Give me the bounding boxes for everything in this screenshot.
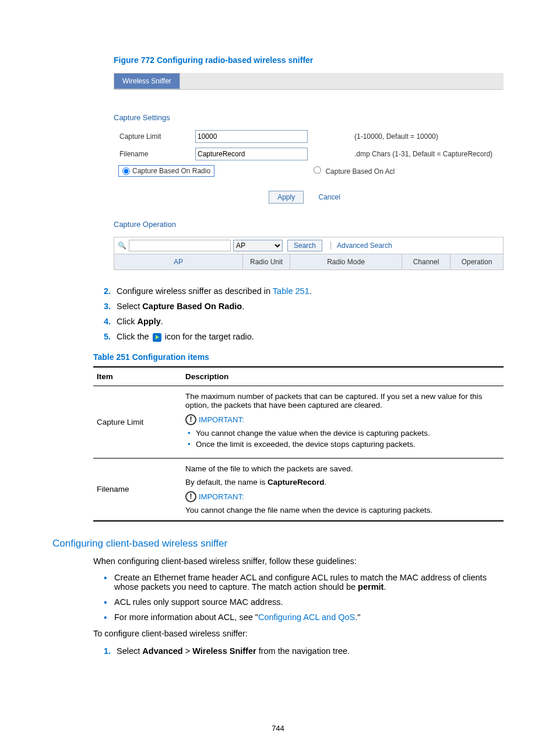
cancel-button[interactable]: Cancel bbox=[311, 191, 349, 203]
guideline-3: For more information about ACL, see "Con… bbox=[104, 612, 504, 622]
intro-paragraph: When configuring client-based wireless s… bbox=[93, 556, 504, 566]
row-filename-desc: Name of the file to which the packets ar… bbox=[182, 458, 504, 521]
th-channel: Channel bbox=[402, 254, 451, 270]
figure-caption: Figure 772 Configuring radio-based wirel… bbox=[114, 55, 504, 65]
row-filename-item: Filename bbox=[93, 458, 182, 521]
search-icon: 🔍 bbox=[118, 242, 126, 250]
step-4: 4.Click Apply. bbox=[104, 317, 504, 326]
screenshot-panel: Wireless Sniffer Capture Settings Captur… bbox=[114, 73, 504, 270]
acl-qos-link[interactable]: Configuring ACL and QoS bbox=[258, 612, 355, 622]
page-number: 744 bbox=[0, 724, 556, 733]
capture-limit-label: Capture Limit bbox=[114, 132, 195, 141]
tab-bar: Wireless Sniffer bbox=[114, 73, 504, 90]
guideline-2: ACL rules only support source MAC addres… bbox=[104, 597, 504, 607]
important-icon: ! bbox=[185, 491, 196, 502]
important-icon: ! bbox=[185, 414, 196, 425]
th-radio-unit: Radio Unit bbox=[243, 254, 290, 270]
capture-radio-option[interactable] bbox=[122, 167, 130, 175]
filename-input[interactable] bbox=[195, 148, 308, 160]
advanced-search-link[interactable]: Advanced Search bbox=[330, 242, 392, 250]
section-heading: Configuring client-based wireless sniffe… bbox=[52, 538, 504, 550]
row-capture-limit-item: Capture Limit bbox=[93, 386, 182, 458]
results-table-header: AP Radio Unit Radio Mode Channel Operati… bbox=[114, 254, 504, 270]
config-table: ItemDescription Capture Limit The maximu… bbox=[93, 366, 504, 522]
capture-acl-label: Capture Based On Acl bbox=[325, 167, 395, 176]
search-field-select[interactable]: AP bbox=[233, 240, 283, 251]
filename-hint: .dmp Chars (1-31, Default = CaptureRecor… bbox=[351, 150, 492, 158]
tab-wireless-sniffer[interactable]: Wireless Sniffer bbox=[114, 73, 180, 89]
table-caption: Table 251 Configuration items bbox=[93, 352, 504, 362]
capture-operation-title: Capture Operation bbox=[114, 220, 504, 229]
client-step-1: 1.Select Advanced > Wireless Sniffer fro… bbox=[104, 646, 504, 656]
play-icon bbox=[153, 333, 161, 342]
th-item: Item bbox=[93, 367, 182, 386]
capture-acl-option[interactable] bbox=[314, 166, 321, 174]
guideline-1: Create an Ethernet frame header ACL and … bbox=[104, 573, 504, 592]
th-description: Description bbox=[182, 367, 504, 386]
th-ap[interactable]: AP bbox=[114, 254, 243, 270]
filename-label: Filename bbox=[114, 150, 195, 158]
capture-limit-input[interactable] bbox=[195, 130, 308, 143]
search-input[interactable] bbox=[129, 240, 231, 251]
th-operation: Operation bbox=[451, 254, 503, 270]
step-2: 2.Configure wireless sniffer as describe… bbox=[104, 286, 504, 296]
step-5: 5.Click the icon for the target radio. bbox=[104, 332, 504, 342]
apply-button[interactable]: Apply bbox=[269, 191, 304, 204]
capture-limit-hint: (1-10000, Default = 10000) bbox=[351, 132, 438, 141]
to-configure-paragraph: To configure client-based wireless sniff… bbox=[93, 629, 504, 638]
search-button[interactable]: Search bbox=[287, 240, 322, 251]
th-radio-mode: Radio Mode bbox=[290, 254, 402, 270]
step-3: 3.Select Capture Based On Radio. bbox=[104, 302, 504, 311]
table-251-link[interactable]: Table 251 bbox=[273, 286, 309, 296]
capture-radio-label: Capture Based On Radio bbox=[132, 167, 210, 175]
capture-settings-title: Capture Settings bbox=[114, 113, 504, 122]
row-capture-limit-desc: The maximum number of packets that can b… bbox=[182, 386, 504, 458]
